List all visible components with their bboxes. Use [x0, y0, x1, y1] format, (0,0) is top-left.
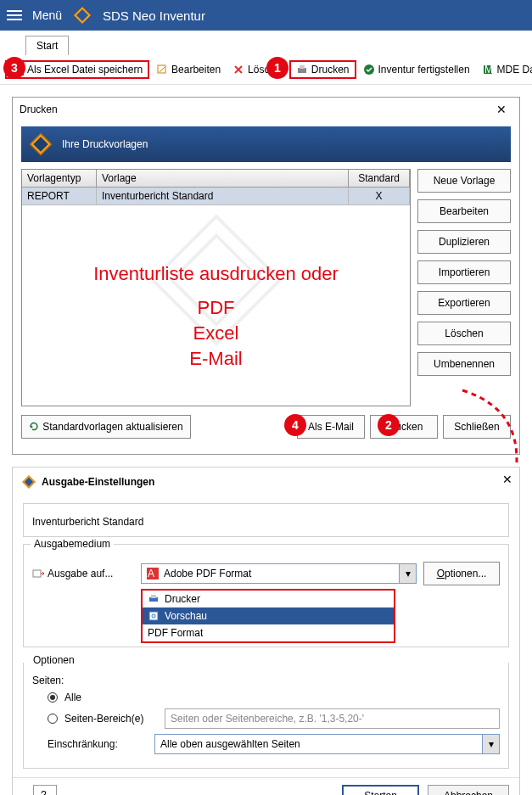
watermark-icon: [140, 204, 293, 356]
dialog-logo-icon: [28, 132, 53, 157]
close-button[interactable]: Schließen: [443, 415, 511, 439]
restriction-label: Einschränkung:: [48, 738, 148, 750]
menu-label[interactable]: Menü: [32, 8, 62, 22]
settings-close[interactable]: ✕: [502, 473, 512, 486]
annotation-badge-4: 4: [284, 414, 306, 436]
rename-button[interactable]: Umbenennen: [417, 352, 511, 376]
radio-range[interactable]: [48, 714, 58, 724]
svg-text:A: A: [148, 568, 154, 579]
settings-subtitle: Inventurbericht Standard: [32, 516, 143, 528]
dropdown-item-preview[interactable]: Vorschau: [143, 607, 394, 624]
refresh-icon: [29, 422, 39, 432]
annotation-badge-2: 2: [378, 414, 400, 436]
toolbar-mde[interactable]: M MDE Daten ein: [477, 62, 532, 77]
help-button[interactable]: ?: [33, 785, 57, 795]
toolbar-finish[interactable]: Inventur fertigstellen: [358, 62, 475, 77]
chevron-down-icon[interactable]: ▾: [482, 735, 499, 753]
annotation-badge-3: 3: [3, 57, 25, 79]
grid-col-template[interactable]: Vorlage: [97, 170, 349, 187]
svg-rect-22: [151, 595, 156, 598]
printer-icon: [148, 593, 160, 605]
preview-icon: [148, 610, 160, 622]
svg-marker-14: [31, 425, 33, 428]
finish-icon: [363, 64, 375, 76]
cell-template: Inventurbericht Standard: [97, 188, 349, 204]
svg-rect-6: [300, 65, 305, 69]
output-label: Ausgabe auf...: [48, 568, 113, 579]
cell-type: REPORT: [22, 188, 97, 204]
grid-col-type[interactable]: Vorlagentyp: [22, 170, 97, 187]
as-email-button[interactable]: Als E-Mail: [297, 415, 365, 439]
menu-icon[interactable]: [7, 10, 22, 20]
chevron-down-icon[interactable]: ▾: [399, 564, 416, 583]
svg-rect-23: [149, 612, 158, 620]
import-button[interactable]: Importieren: [417, 260, 511, 284]
dropdown-item-pdf[interactable]: PDF Format: [143, 624, 394, 641]
grid-col-standard[interactable]: Standard: [349, 170, 410, 187]
print-icon: [296, 64, 308, 76]
options-button[interactable]: Optionen...: [423, 562, 500, 585]
cell-standard: X: [349, 188, 410, 204]
settings-logo-icon: [21, 474, 36, 490]
help-icon: ?: [39, 789, 51, 795]
pdf-icon: A: [147, 568, 159, 579]
app-logo-icon: [72, 5, 92, 25]
start-button[interactable]: Starten: [342, 785, 419, 795]
settings-title-text: Ausgabe-Einstellungen: [42, 476, 154, 488]
restriction-combo[interactable]: Alle oben ausgewählten Seiten ▾: [154, 734, 500, 754]
edit-template-button[interactable]: Bearbeiten: [417, 199, 511, 223]
dialog-print-close[interactable]: ✕: [490, 103, 512, 116]
dialog-print-title: Drucken: [20, 104, 58, 115]
mde-icon: M: [482, 64, 494, 76]
svg-text:M: M: [484, 64, 493, 76]
toolbar-print[interactable]: Drucken: [289, 60, 356, 79]
output-dropdown: Drucker Vorschau PDF Format: [141, 589, 395, 643]
svg-rect-4: [158, 65, 165, 73]
output-value: Adobe PDF Format: [164, 568, 251, 579]
restriction-value: Alle oben ausgewählten Seiten: [160, 738, 300, 750]
dropdown-item-printer[interactable]: Drucker: [143, 591, 394, 607]
svg-rect-18: [33, 570, 41, 577]
grid-row[interactable]: REPORT Inventurbericht Standard X: [22, 188, 410, 205]
radio-all-label: Alle: [64, 691, 81, 703]
radio-range-label: Seiten-Bereich(e): [64, 713, 158, 725]
radio-all[interactable]: [48, 692, 58, 703]
app-title: SDS Neo Inventur: [103, 8, 205, 23]
update-templates-button[interactable]: Standardvorlagen aktualisieren: [21, 415, 191, 439]
delete-template-button[interactable]: Löschen: [417, 322, 511, 345]
svg-text:?: ?: [41, 789, 47, 795]
annotation-badge-1: 1: [266, 57, 288, 79]
duplicate-button[interactable]: Duplizieren: [417, 230, 511, 254]
dialog-print-header: Ihre Druckvorlagen: [62, 138, 148, 150]
group-output-medium: Ausgabemedium: [31, 538, 114, 550]
pages-label: Seiten:: [32, 675, 64, 686]
output-combo[interactable]: A Adobe PDF Format ▾: [141, 563, 417, 584]
delete-icon: [232, 64, 244, 76]
new-template-button[interactable]: Neue Vorlage: [417, 169, 511, 193]
toolbar-save-excel[interactable]: X Als Excel Datei speichern: [5, 60, 149, 79]
output-icon: [32, 568, 44, 579]
cancel-button[interactable]: Abbrechen: [428, 785, 509, 795]
tab-start[interactable]: Start: [25, 36, 69, 55]
export-button[interactable]: Exportieren: [417, 291, 511, 315]
page-range-input[interactable]: Seiten oder Seitenbereiche, z.B. '1,3-5,…: [165, 708, 500, 729]
toolbar-edit[interactable]: Bearbeiten: [151, 62, 226, 77]
edit-icon: [156, 64, 168, 76]
